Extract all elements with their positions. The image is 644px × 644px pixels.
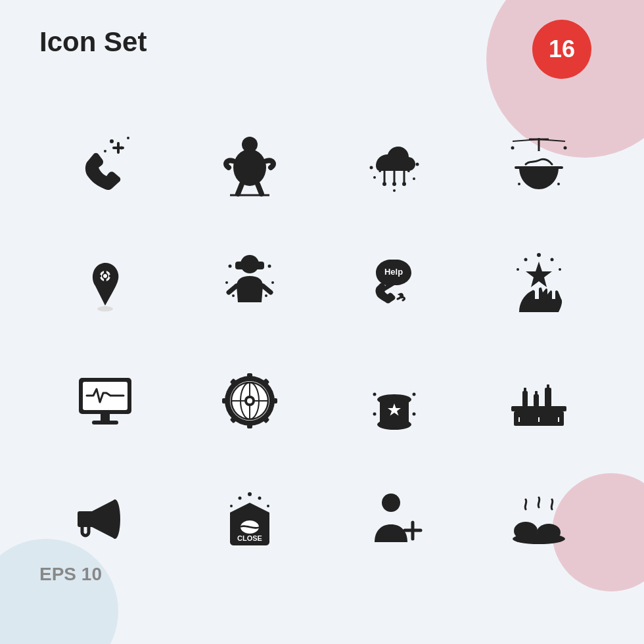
svg-point-49 xyxy=(524,258,528,262)
svg-point-24 xyxy=(511,147,515,150)
icon-cloud-circuit xyxy=(329,112,460,217)
svg-point-42 xyxy=(265,294,267,297)
svg-point-74 xyxy=(373,393,377,396)
svg-point-17 xyxy=(382,182,386,186)
svg-rect-87 xyxy=(535,391,538,396)
icon-grid-row4: CLOSE xyxy=(39,467,605,572)
svg-point-52 xyxy=(559,268,561,271)
svg-point-10 xyxy=(416,163,419,166)
svg-rect-36 xyxy=(109,275,112,277)
svg-rect-86 xyxy=(534,394,539,407)
svg-rect-33 xyxy=(104,271,106,273)
svg-point-73 xyxy=(247,398,252,403)
svg-point-99 xyxy=(267,505,269,507)
svg-point-29 xyxy=(97,306,113,311)
svg-point-2 xyxy=(127,137,129,139)
svg-marker-53 xyxy=(526,262,552,287)
icon-star-hands xyxy=(473,230,605,335)
page-header: Icon Set 16 xyxy=(39,26,605,79)
icon-fat-person xyxy=(184,112,315,217)
svg-point-98 xyxy=(230,505,233,507)
svg-point-26 xyxy=(518,183,520,185)
svg-rect-45 xyxy=(252,262,264,269)
icon-grid-row2: Help xyxy=(39,230,605,335)
svg-rect-60 xyxy=(247,373,252,380)
svg-point-25 xyxy=(564,147,567,150)
svg-point-7 xyxy=(233,149,266,186)
svg-text:CLOSE: CLOSE xyxy=(237,534,262,542)
svg-rect-57 xyxy=(92,421,118,425)
svg-point-102 xyxy=(382,494,400,512)
svg-rect-82 xyxy=(511,406,566,411)
svg-point-3 xyxy=(104,150,106,152)
svg-point-79 xyxy=(377,394,411,405)
svg-point-38 xyxy=(268,265,271,268)
svg-point-9 xyxy=(370,166,373,170)
svg-text:Help: Help xyxy=(384,267,403,277)
svg-rect-62 xyxy=(222,398,229,403)
svg-point-40 xyxy=(271,281,274,284)
svg-rect-88 xyxy=(545,388,551,407)
svg-point-39 xyxy=(225,281,228,284)
svg-rect-61 xyxy=(247,422,252,428)
svg-rect-89 xyxy=(547,384,549,389)
footer: EPS 10 xyxy=(39,564,102,585)
svg-point-94 xyxy=(110,499,120,539)
svg-point-13 xyxy=(393,189,396,192)
svg-point-75 xyxy=(413,393,416,396)
svg-point-18 xyxy=(392,182,396,186)
icon-phone-add xyxy=(39,112,171,217)
icon-person-vr xyxy=(184,230,315,335)
svg-point-48 xyxy=(537,253,541,257)
svg-point-41 xyxy=(232,294,235,297)
icon-person-plus xyxy=(329,467,460,572)
svg-point-11 xyxy=(373,176,376,179)
svg-rect-63 xyxy=(271,398,277,403)
icon-globe-gear xyxy=(184,348,315,453)
svg-point-106 xyxy=(514,522,538,540)
svg-point-107 xyxy=(537,524,561,541)
svg-rect-85 xyxy=(524,388,526,392)
svg-rect-44 xyxy=(235,262,247,269)
svg-point-0 xyxy=(110,139,114,143)
page-title: Icon Set xyxy=(39,26,147,58)
svg-rect-34 xyxy=(104,279,106,281)
svg-point-96 xyxy=(239,497,242,500)
svg-point-80 xyxy=(377,419,411,430)
svg-rect-84 xyxy=(522,391,528,407)
svg-point-76 xyxy=(373,413,377,416)
icon-monitor-heart xyxy=(39,348,171,453)
icon-bar-counter xyxy=(473,348,605,453)
icon-megaphone xyxy=(39,467,171,572)
count-badge: 16 xyxy=(532,20,591,79)
svg-point-19 xyxy=(402,182,406,186)
icon-closed-sign: CLOSE xyxy=(184,467,315,572)
svg-point-27 xyxy=(557,183,560,185)
svg-point-37 xyxy=(229,265,232,268)
icon-hot-stones xyxy=(473,467,605,572)
svg-point-12 xyxy=(413,177,415,180)
icon-cable-car-bowl xyxy=(473,112,605,217)
icon-location-settings xyxy=(39,230,171,335)
eps-label: EPS 10 xyxy=(39,564,102,584)
svg-point-95 xyxy=(248,492,252,496)
icon-grid-row3 xyxy=(39,348,605,453)
svg-point-32 xyxy=(103,274,107,278)
svg-rect-93 xyxy=(78,511,92,527)
svg-point-51 xyxy=(517,268,519,271)
icon-grid-row1 xyxy=(39,112,605,217)
icon-star-hat xyxy=(329,348,460,453)
icon-phone-help: Help xyxy=(329,230,460,335)
svg-point-50 xyxy=(551,258,554,262)
svg-point-97 xyxy=(258,497,262,500)
svg-rect-35 xyxy=(99,275,101,277)
svg-point-77 xyxy=(413,413,416,416)
